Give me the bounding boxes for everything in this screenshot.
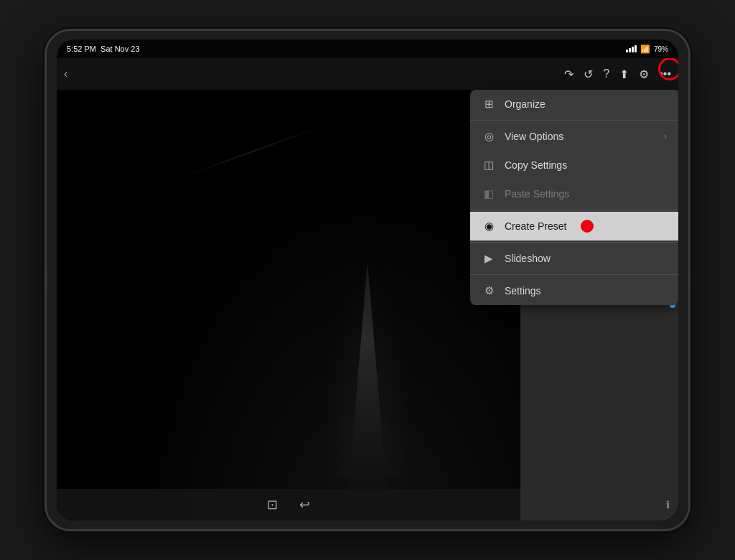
menu-item-create-preset[interactable]: ◉ Create Preset (470, 212, 678, 241)
menu-item-paste-settings: ◧ Paste Settings (470, 179, 678, 208)
top-toolbar: ‹ ↷ ↺ ? ⬆ ⚙ ••• (57, 58, 678, 90)
menu-divider-2 (470, 210, 678, 210)
menu-item-settings[interactable]: ⚙ Settings (470, 276, 678, 305)
more-options-button[interactable]: ••• (659, 67, 671, 80)
create-preset-icon: ◉ (482, 220, 496, 233)
view-options-icon: ◎ (482, 130, 496, 143)
status-indicators: 📶 79% (626, 45, 668, 54)
paste-settings-icon: ◧ (482, 187, 496, 200)
wifi-icon: 📶 (640, 45, 650, 54)
compare-icon[interactable]: ⊡ (267, 497, 278, 513)
settings-label: Settings (505, 285, 541, 297)
info-icon[interactable]: ℹ (666, 499, 670, 510)
menu-divider-1 (470, 120, 678, 121)
settings-icon[interactable]: ⚙ (639, 67, 649, 81)
tablet-device: 5:52 PM Sat Nov 23 📶 79% (45, 29, 690, 531)
bottom-toolbar: ⊡ ↩ (57, 489, 520, 521)
power-button[interactable] (688, 273, 690, 287)
back-button[interactable]: ‹ (64, 67, 67, 80)
help-icon[interactable]: ? (603, 67, 609, 80)
menu-divider-4 (470, 274, 678, 275)
copy-settings-label: Copy Settings (505, 159, 567, 171)
undo-icon[interactable]: ↺ (584, 67, 593, 81)
content-area: ‹ ↷ ↺ ? ⬆ ⚙ ••• ⊡ (57, 58, 678, 521)
status-time: 5:52 PM Sat Nov 23 (67, 45, 140, 53)
organize-label: Organize (505, 98, 546, 110)
status-bar: 5:52 PM Sat Nov 23 📶 79% (57, 39, 678, 58)
volume-button[interactable] (45, 266, 47, 294)
signal-icon (626, 45, 637, 52)
create-preset-annotation-dot (581, 220, 594, 233)
menu-settings-icon: ⚙ (482, 284, 496, 297)
tablet-screen: 5:52 PM Sat Nov 23 📶 79% (57, 39, 678, 521)
share-icon[interactable]: ⬆ (619, 67, 629, 81)
copy-settings-icon: ◫ (482, 159, 496, 172)
menu-divider-3 (470, 242, 678, 243)
slideshow-icon: ▶ (482, 252, 496, 265)
slideshow-label: Slideshow (505, 253, 551, 264)
view-options-arrow: › (664, 131, 667, 141)
view-options-label: View Options (505, 131, 563, 142)
create-preset-label: Create Preset (505, 220, 566, 232)
menu-item-organize[interactable]: ⊞ Organize (470, 90, 678, 118)
menu-item-slideshow[interactable]: ▶ Slideshow (470, 244, 678, 273)
organize-icon: ⊞ (482, 98, 496, 111)
menu-item-copy-settings[interactable]: ◫ Copy Settings (470, 151, 678, 179)
battery-indicator: 79% (654, 45, 668, 53)
toolbar-right-icons: ↷ ↺ ? ⬆ ⚙ ••• (564, 67, 671, 81)
menu-item-view-options[interactable]: ◎ View Options › (470, 122, 678, 151)
more-menu-wrapper: ••• (659, 67, 671, 80)
history-icon[interactable]: ↩ (299, 497, 310, 513)
paste-settings-label: Paste Settings (505, 188, 569, 200)
redo-icon[interactable]: ↷ (564, 67, 574, 81)
dropdown-menu: ⊞ Organize ◎ View Options › ◫ Copy Setti… (470, 90, 678, 305)
